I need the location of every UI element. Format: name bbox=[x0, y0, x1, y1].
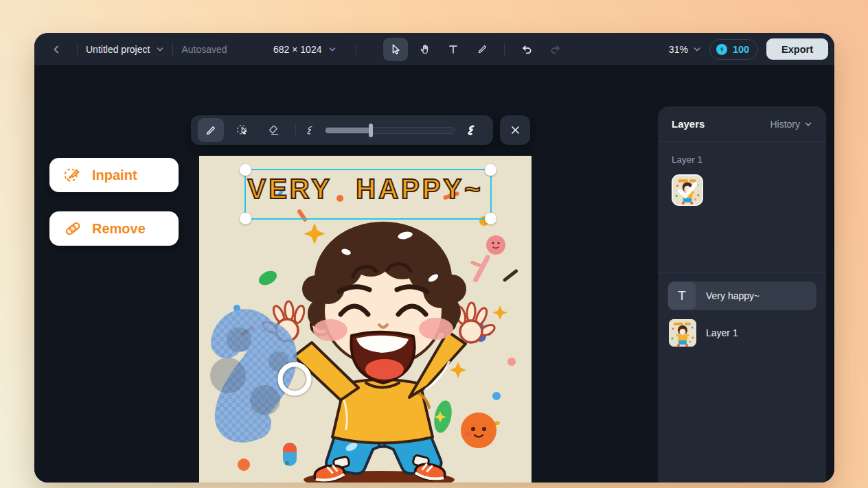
layer-list: T Very happy~ Layer 1 bbox=[658, 273, 826, 356]
zoom-level-menu[interactable]: 31% bbox=[669, 44, 701, 55]
eraser-icon bbox=[268, 124, 280, 137]
divider bbox=[295, 124, 296, 137]
credits-count: 100 bbox=[733, 44, 749, 55]
back-button[interactable] bbox=[44, 38, 69, 61]
lollipop bbox=[472, 235, 505, 283]
topbar: Untitled project Autosaved 682 × 1024 bbox=[34, 33, 834, 65]
redo-button[interactable] bbox=[543, 38, 568, 61]
image-layer-thumbnail bbox=[669, 319, 696, 347]
divider bbox=[504, 43, 505, 56]
inpaint-label: Inpaint bbox=[92, 167, 137, 183]
credits-badge[interactable]: 100 bbox=[709, 39, 758, 60]
chevron-left-icon bbox=[51, 44, 62, 55]
selection-handle-top-left[interactable] bbox=[240, 164, 251, 176]
selection-handle-bottom-right[interactable] bbox=[485, 213, 496, 224]
chevron-down-icon bbox=[804, 120, 812, 128]
active-layer-section: Layer 1 bbox=[658, 142, 826, 273]
undo-button[interactable] bbox=[514, 38, 539, 61]
layer-row-image[interactable]: Layer 1 bbox=[667, 318, 816, 347]
close-brush-toolbar-button[interactable] bbox=[500, 115, 530, 145]
layers-title: Layers bbox=[672, 118, 705, 130]
selection-handle-top-right[interactable] bbox=[485, 164, 496, 176]
mask-brush-tool-button[interactable] bbox=[198, 118, 224, 142]
canvas-size-value: 682 × 1024 bbox=[273, 44, 321, 55]
divider bbox=[356, 43, 356, 56]
brush-size-large-icon bbox=[465, 124, 477, 137]
divider bbox=[172, 43, 173, 56]
inpaint-magic-brush-icon bbox=[63, 165, 82, 185]
remove-label: Remove bbox=[92, 221, 146, 237]
chevron-down-icon[interactable] bbox=[328, 45, 336, 54]
project-name-menu[interactable]: Untitled project bbox=[86, 44, 164, 55]
image-layer-name: Layer 1 bbox=[706, 327, 738, 338]
pointer-tool-button[interactable] bbox=[383, 38, 408, 61]
smart-select-icon bbox=[236, 124, 249, 137]
hand-tool-button[interactable] bbox=[412, 38, 437, 61]
hand-icon bbox=[419, 43, 431, 55]
text-tool-button[interactable] bbox=[441, 38, 466, 61]
brush-icon bbox=[477, 43, 488, 55]
brush-slider-handle[interactable] bbox=[369, 124, 373, 137]
chevron-down-icon bbox=[156, 45, 164, 54]
project-name: Untitled project bbox=[86, 44, 150, 55]
layers-panel-header: Layers History bbox=[658, 106, 826, 142]
export-button[interactable]: Export bbox=[766, 38, 828, 60]
credits-icon bbox=[716, 43, 728, 56]
inpaint-button[interactable]: Inpaint bbox=[49, 158, 179, 192]
text-layer-name: Very happy~ bbox=[706, 290, 760, 301]
brush-size-slider[interactable] bbox=[325, 127, 455, 134]
brush-tool-button[interactable] bbox=[470, 38, 494, 61]
autosave-status: Autosaved bbox=[181, 44, 227, 55]
layer-row-text[interactable]: T Very happy~ bbox=[667, 281, 816, 310]
brush-size-small-icon bbox=[304, 125, 315, 136]
checkmark-icon bbox=[673, 176, 702, 205]
smiley-ball bbox=[461, 413, 496, 448]
zoom-level-value: 31% bbox=[669, 44, 688, 55]
bandaid-icon bbox=[63, 219, 82, 238]
close-icon bbox=[510, 125, 521, 135]
history-label: History bbox=[770, 119, 800, 130]
remove-button[interactable]: Remove bbox=[49, 211, 179, 246]
chevron-down-icon bbox=[693, 45, 701, 54]
smart-select-tool-button[interactable] bbox=[229, 118, 255, 142]
pointer-icon bbox=[390, 43, 402, 55]
brush-slider-fill bbox=[326, 128, 371, 133]
divider bbox=[77, 43, 78, 56]
history-menu[interactable]: History bbox=[770, 119, 812, 130]
brush-icon bbox=[205, 124, 217, 137]
text-icon bbox=[448, 44, 459, 55]
right-hand bbox=[455, 303, 496, 342]
layers-panel: Layers History Layer 1 bbox=[658, 106, 826, 483]
redo-icon bbox=[549, 43, 562, 56]
text-layer-icon: T bbox=[668, 282, 696, 310]
brush-toolbar bbox=[191, 115, 493, 145]
canvas-artboard[interactable]: VERY HAPPY~ bbox=[199, 156, 532, 483]
text-selection-box[interactable] bbox=[244, 169, 492, 220]
selection-handle-bottom-left[interactable] bbox=[240, 213, 251, 224]
active-layer-thumbnail[interactable] bbox=[672, 174, 703, 206]
active-layer-label: Layer 1 bbox=[672, 154, 812, 165]
workspace: Inpaint Remove bbox=[34, 65, 834, 483]
eraser-tool-button[interactable] bbox=[261, 118, 287, 142]
undo-icon bbox=[521, 43, 533, 56]
app-window: Untitled project Autosaved 682 × 1024 bbox=[34, 33, 834, 483]
capsule bbox=[283, 443, 297, 466]
